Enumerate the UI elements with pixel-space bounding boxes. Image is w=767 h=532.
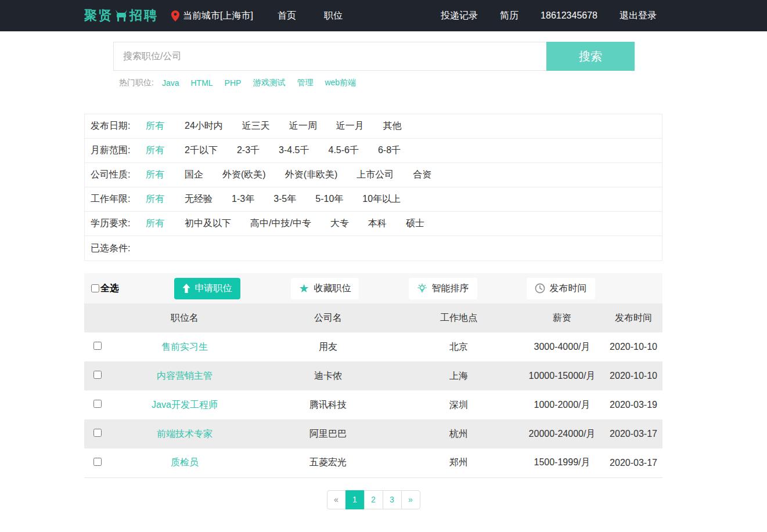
apply-job-label: 申请职位 bbox=[195, 283, 232, 295]
favorite-job-button[interactable]: ★ 收藏职位 bbox=[291, 278, 359, 299]
search-button[interactable]: 搜索 bbox=[546, 42, 635, 71]
pagination-page-2[interactable]: 2 bbox=[364, 490, 383, 509]
location-cell: 深圳 bbox=[398, 390, 520, 419]
apply-job-button[interactable]: 申请职位 bbox=[174, 278, 240, 299]
pagination-next-button[interactable]: » bbox=[401, 490, 420, 509]
company-cell: 阿里巴巴 bbox=[258, 419, 398, 448]
location-pin-icon bbox=[171, 10, 179, 21]
hot-link-php[interactable]: PHP bbox=[225, 78, 242, 88]
filter-option[interactable]: 外资(欧美) bbox=[222, 169, 266, 181]
location-cell: 北京 bbox=[398, 332, 520, 361]
bull-icon bbox=[114, 9, 128, 22]
pagination-page-1[interactable]: 1 bbox=[345, 490, 365, 509]
hot-link-game-test[interactable]: 游戏测试 bbox=[253, 78, 285, 88]
filter-option[interactable]: 4.5-6千 bbox=[329, 144, 359, 157]
filter-option[interactable]: 近一月 bbox=[336, 120, 364, 132]
row-checkbox[interactable] bbox=[93, 371, 102, 379]
job-title-link[interactable]: 质检员 bbox=[171, 457, 199, 467]
search-input[interactable] bbox=[113, 42, 546, 71]
filter-option-all[interactable]: 所有 bbox=[146, 120, 164, 132]
select-all-control: 全选 bbox=[84, 283, 148, 295]
salary-cell: 10000-15000/月 bbox=[520, 361, 604, 390]
pagination-page-3[interactable]: 3 bbox=[383, 490, 402, 509]
filter-option[interactable]: 2千以下 bbox=[185, 144, 218, 157]
header-salary: 薪资 bbox=[520, 303, 604, 332]
star-icon: ★ bbox=[299, 283, 309, 294]
job-table: 职位名 公司名 工作地点 薪资 发布时间 售前实习生 用友 北京 3000-40… bbox=[84, 303, 662, 478]
publish-time-sort-button[interactable]: 发布时间 bbox=[527, 278, 595, 299]
logo-text-left: 聚贤 bbox=[84, 7, 113, 24]
select-all-checkbox[interactable] bbox=[91, 284, 99, 292]
row-checkbox[interactable] bbox=[93, 429, 102, 437]
pagination-wrap: « 1 2 3 » bbox=[84, 490, 662, 509]
filter-option[interactable]: 国企 bbox=[185, 169, 203, 181]
favorite-job-label: 收藏职位 bbox=[314, 283, 351, 295]
table-row: 内容营销主管 迪卡侬 上海 10000-15000/月 2020-10-10 bbox=[84, 361, 662, 390]
row-checkbox[interactable] bbox=[93, 342, 102, 350]
filter-option[interactable]: 初中及以下 bbox=[185, 218, 231, 230]
nav-item-home[interactable]: 首页 bbox=[278, 10, 296, 22]
filter-option[interactable]: 无经验 bbox=[185, 193, 213, 205]
hot-link-html[interactable]: HTML bbox=[190, 78, 213, 88]
hot-link-management[interactable]: 管理 bbox=[297, 78, 313, 88]
hot-link-web-frontend[interactable]: web前端 bbox=[325, 78, 356, 88]
filter-option[interactable]: 大专 bbox=[330, 218, 349, 230]
filter-row-company-type: 公司性质: 所有 国企 外资(欧美) 外资(非欧美) 上市公司 合资 bbox=[85, 163, 662, 187]
company-cell: 五菱宏光 bbox=[258, 448, 398, 477]
nav-item-logout[interactable]: 退出登录 bbox=[620, 10, 657, 22]
filter-option[interactable]: 外资(非欧美) bbox=[285, 169, 338, 181]
filter-option[interactable]: 10年以上 bbox=[362, 193, 401, 205]
logo-text-right: 招聘 bbox=[129, 7, 159, 24]
filter-option[interactable]: 2-3千 bbox=[237, 144, 260, 157]
filter-option-all[interactable]: 所有 bbox=[146, 144, 164, 157]
header-company: 公司名 bbox=[258, 303, 398, 332]
filter-option[interactable]: 近三天 bbox=[242, 120, 270, 132]
nav-item-resume[interactable]: 简历 bbox=[500, 10, 518, 22]
filter-option[interactable]: 本科 bbox=[368, 218, 387, 230]
pagination-prev-button[interactable]: « bbox=[327, 490, 346, 509]
job-title-link[interactable]: 售前实习生 bbox=[161, 342, 208, 352]
main-nav: 首页 职位 bbox=[278, 10, 370, 22]
filter-option[interactable]: 3-5年 bbox=[273, 193, 296, 205]
filter-option[interactable]: 5-10年 bbox=[315, 193, 343, 205]
up-arrow-icon bbox=[182, 284, 190, 293]
nav-item-phone-number[interactable]: 18612345678 bbox=[541, 10, 597, 21]
selected-conditions-label: 已选条件: bbox=[85, 243, 130, 255]
filter-label: 发布日期: bbox=[85, 120, 146, 132]
job-title-link[interactable]: 内容营销主管 bbox=[157, 371, 213, 381]
salary-cell: 1000-2000/月 bbox=[520, 390, 604, 419]
filter-option[interactable]: 高中/中技/中专 bbox=[250, 218, 311, 230]
table-row: 前端技术专家 阿里巴巴 杭州 20000-24000/月 2020-03-17 bbox=[84, 419, 662, 448]
table-row: 质检员 五菱宏光 郑州 1500-1999/月 2020-03-17 bbox=[84, 448, 662, 477]
filter-option-all[interactable]: 所有 bbox=[146, 218, 164, 230]
current-city[interactable]: 当前城市[上海市] bbox=[171, 10, 253, 22]
site-logo[interactable]: 聚贤 招聘 bbox=[84, 7, 159, 24]
row-checkbox[interactable] bbox=[93, 458, 102, 466]
hot-link-java[interactable]: Java bbox=[162, 78, 179, 88]
filter-option-all[interactable]: 所有 bbox=[146, 193, 164, 205]
filter-label: 学历要求: bbox=[85, 218, 146, 230]
filter-option[interactable]: 上市公司 bbox=[357, 169, 394, 181]
filter-label: 工作年限: bbox=[85, 193, 146, 205]
filter-option[interactable]: 3-4.5千 bbox=[279, 144, 309, 157]
filter-option-all[interactable]: 所有 bbox=[146, 169, 164, 181]
filter-row-work-years: 工作年限: 所有 无经验 1-3年 3-5年 5-10年 10年以上 bbox=[85, 187, 662, 212]
smart-sort-button[interactable]: 智能排序 bbox=[409, 278, 477, 299]
job-title-link[interactable]: 前端技术专家 bbox=[157, 429, 213, 439]
filter-option[interactable]: 合资 bbox=[413, 169, 431, 181]
filter-option[interactable]: 24小时内 bbox=[185, 120, 223, 132]
filter-option[interactable]: 其他 bbox=[383, 120, 402, 132]
nav-item-delivery-records[interactable]: 投递记录 bbox=[441, 10, 478, 22]
company-cell: 用友 bbox=[258, 332, 398, 361]
filter-option[interactable]: 6-8千 bbox=[378, 144, 401, 157]
filter-option[interactable]: 硕士 bbox=[406, 218, 424, 230]
nav-item-jobs[interactable]: 职位 bbox=[324, 10, 343, 22]
select-all-label[interactable]: 全选 bbox=[100, 283, 119, 295]
row-checkbox[interactable] bbox=[93, 400, 102, 408]
filter-row-publish-date: 发布日期: 所有 24小时内 近三天 近一周 近一月 其他 bbox=[85, 114, 662, 139]
filter-option[interactable]: 1-3年 bbox=[232, 193, 254, 205]
filter-option[interactable]: 近一周 bbox=[289, 120, 317, 132]
job-table-header: 职位名 公司名 工作地点 薪资 发布时间 bbox=[84, 303, 662, 332]
date-cell: 2020-10-10 bbox=[604, 332, 662, 361]
job-title-link[interactable]: Java开发工程师 bbox=[152, 400, 218, 410]
